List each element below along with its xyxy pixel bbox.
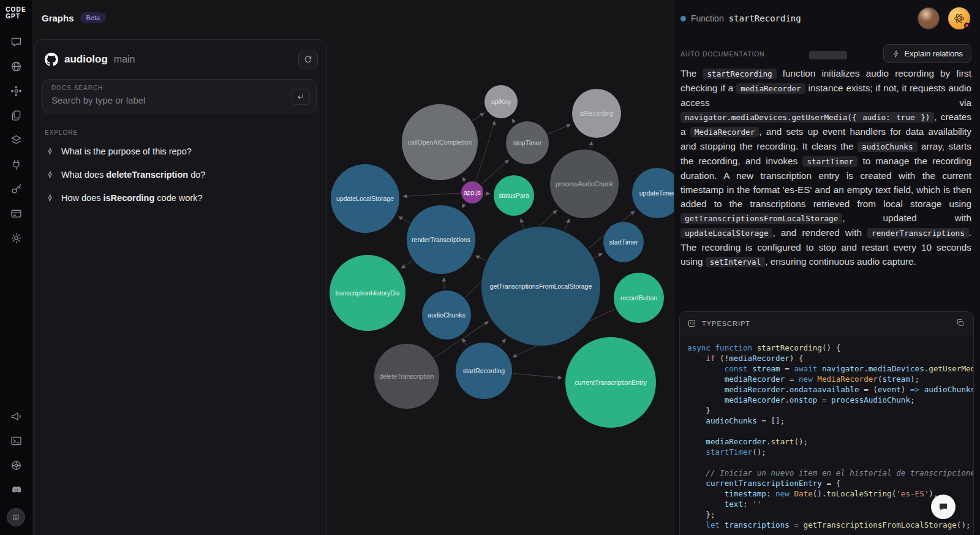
explore-question[interactable]: What does deleteTranscription do? [37,163,324,186]
explore-list: What is the purpose of this repo?What do… [35,140,326,210]
graph-node-isRecording[interactable]: isRecording [572,89,621,138]
code-block: TYPESCRIPT async function startRecording… [679,311,974,535]
search-submit-button[interactable] [292,89,310,105]
rail-profile-button[interactable] [7,508,25,526]
doc-text-segment: , and rendered with [772,227,867,238]
rail-layers-button[interactable] [10,134,23,146]
graph-node-apiKey[interactable]: apiKey [484,85,518,118]
code-language-label: TYPESCRIPT [702,320,750,327]
inline-code-chip: setInterval [706,257,765,267]
bolt-icon [46,194,55,202]
code-file-icon [687,319,696,328]
code-line [687,426,973,436]
rail-terminal-button[interactable] [10,434,23,447]
refresh-icon [303,55,313,64]
megaphone-icon [10,410,23,423]
code-line: audioChunks = []; [687,415,973,426]
graph-node-processAudioChunk[interactable]: processAudioChunk [550,150,619,218]
graph-node-audioChunks[interactable]: audioChunks [422,290,471,340]
code-lines: async function startRecording() { if (!m… [680,335,973,530]
rail-explore-button[interactable] [10,60,23,73]
symbol-header: Function startRecording [680,13,801,23]
graph-node-statusPara[interactable]: statusPara [494,175,534,216]
rail-agents-button[interactable] [10,85,23,97]
inline-code-chip: getTranscriptionsFromLocalStorage [680,213,842,224]
codegpt-logo: CODEGPT [6,6,26,20]
code-line: timestamp: new Date().toLocaleString('es… [687,488,973,499]
chat-fab[interactable] [931,495,956,519]
graph-node-callOpenAICompletion[interactable]: callOpenAICompletion [402,104,478,180]
graph-node-recordButton[interactable]: recordButton [614,273,664,323]
notification-button[interactable] [948,7,970,29]
graph-node-getTranscriptionsFromLocalStorage[interactable]: getTranscriptionsFromLocalStorage [481,227,600,346]
graph-node-app.js[interactable]: app.js [461,181,483,203]
chat-bubble-icon [938,501,949,512]
docs-search-input[interactable] [51,95,243,105]
page-title: Graphs [42,13,74,23]
graph-node-updateLocalStorage[interactable]: updateLocalStorage [331,164,399,233]
return-icon [296,92,306,102]
graph-node-startRecording[interactable]: startRecording [456,343,512,399]
explore-label: EXPLORE [45,129,326,136]
graph-node-stopTimer[interactable]: stopTimer [506,121,549,164]
rail-files-button[interactable] [10,109,23,122]
code-header: TYPESCRIPT [680,312,973,335]
doc-text-segment: The [680,68,703,78]
inline-code-chip: audioChunks [858,142,917,152]
bolt-icon [46,170,55,179]
repo-branch: main [114,54,135,65]
redacted-blur [809,51,847,59]
code-line: currentTranscriptionEntry = { [687,478,973,488]
inline-code-chip: updateLocalStorage [680,228,772,238]
rail-chat-button[interactable] [10,36,23,48]
repo-row: audiolog main [35,40,326,69]
doc-text-segment: , ensuring continuous audio capture. [765,256,916,267]
copy-icon [956,318,965,327]
refresh-button[interactable] [298,50,318,69]
function-dot-icon [680,16,686,21]
graphs-panel: audiolog main DOCS SEARCH EXPLORE What i… [34,39,327,535]
doc-text: The startRecording function initializes … [680,66,971,269]
inspector-panel: Function startRecording AUTO DOCUMENTATI… [674,0,980,535]
inline-code-chip: mediaRecorder [736,83,805,94]
ai-agents-icon [10,85,23,97]
user-avatar[interactable] [918,7,940,29]
graph-node-deleteTranscription[interactable]: deleteTranscription [374,344,439,409]
code-line: // Iniciar un nuevo item en el historial… [687,468,973,478]
code-line: mediaRecorder.start(); [687,436,973,447]
graph-node-currentTranscriptionEntry[interactable]: currentTranscriptionEntry [565,337,656,428]
graph-node-transcriptionHistoryDiv[interactable]: transcriptionHistoryDiv [330,255,405,331]
code-line: mediaRecorder.onstop = processAudioChunk… [687,395,973,405]
code-line: }; [687,509,973,520]
code-line: startTimer(); [687,447,973,457]
rail-keys-button[interactable] [10,183,23,195]
explain-relations-button[interactable]: Explain relations [883,44,971,63]
inline-code-chip: startRecording [703,69,776,79]
code-line [687,457,973,468]
atom-icon [953,12,965,25]
app-window: apiKeyisRecordingcallOpenAICompletionsto… [0,0,980,535]
notification-dot [964,23,970,28]
auto-documentation-label: AUTO DOCUMENTATION [680,50,764,58]
gear-icon [10,232,23,245]
code-line: let transcriptions = getTranscriptionsFr… [687,520,973,530]
explore-question[interactable]: What is the purpose of this repo? [37,140,324,163]
terminal-icon [10,434,23,447]
topbar: Graphs Beta [42,12,106,23]
rail-api-button[interactable] [10,158,23,171]
graph-node-renderTranscriptions[interactable]: renderTranscriptions [407,205,475,274]
rail-discord-button[interactable] [10,484,23,496]
symbol-name: startRecording [729,13,801,23]
graph-node-startTimer[interactable]: startTimer [603,222,644,262]
code-line: mediaRecorder.ondataavailable = (event) … [687,384,973,395]
explore-question[interactable]: How does isRecording code work? [37,186,324,210]
credit-card-icon [10,207,23,220]
copy-code-button[interactable] [954,317,966,330]
doc-text-segment: , updated with [842,213,971,223]
inline-code-chip: renderTranscriptions [867,228,969,238]
docs-search-box: DOCS SEARCH [42,79,317,113]
rail-community-button[interactable] [10,459,23,472]
rail-announcements-button[interactable] [10,410,23,423]
rail-settings-button[interactable] [10,232,23,245]
rail-billing-button[interactable] [10,207,23,220]
